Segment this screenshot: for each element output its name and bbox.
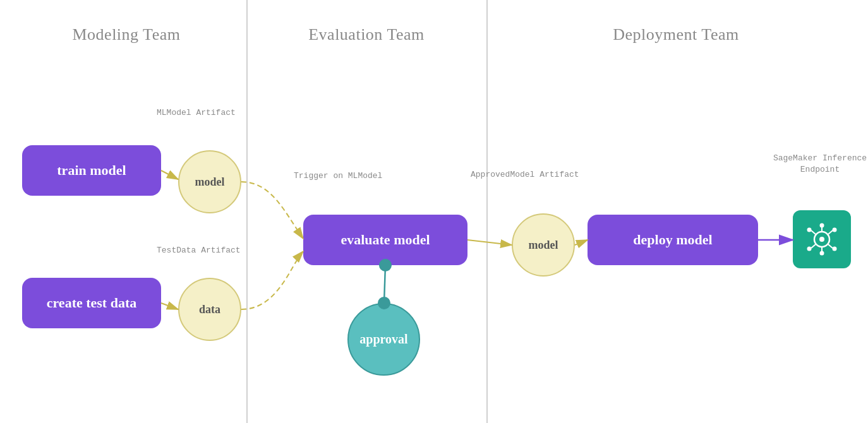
svg-point-2 [807, 228, 812, 232]
svg-line-18 [161, 303, 178, 309]
evaluation-team-header: Evaluation Team [253, 25, 480, 44]
create-test-data-box: create test data [22, 278, 161, 328]
svg-line-10 [811, 244, 816, 248]
divider-1 [246, 0, 248, 423]
data-circle: data [178, 278, 241, 341]
testdata-artifact-label: TestData Artifact [157, 245, 241, 256]
svg-point-4 [807, 247, 812, 251]
modeling-team-header: Modeling Team [19, 25, 234, 44]
deploy-model-box: deploy model [588, 215, 758, 265]
svg-line-11 [828, 244, 833, 248]
diagram-container: Modeling Team Evaluation Team Deployment… [0, 0, 868, 423]
evaluate-model-box: evaluate model [303, 215, 467, 265]
svg-point-6 [820, 223, 824, 228]
svg-point-7 [820, 251, 824, 256]
svg-line-20 [384, 265, 385, 303]
arrows-overlay [0, 0, 868, 423]
approved-model-label: ApprovedModel Artifact [471, 169, 579, 181]
train-model-box: train model [22, 145, 161, 196]
deployment-team-header: Deployment Team [499, 25, 853, 44]
svg-line-21 [575, 240, 588, 245]
svg-point-1 [819, 237, 824, 242]
sagemaker-label: SageMaker Inference Endpoint [772, 153, 868, 176]
model-circle-1: model [178, 150, 241, 213]
trigger-label: Trigger on MLModel [294, 170, 382, 182]
mlmodel-artifact-label: MLModel Artifact [157, 107, 236, 119]
sagemaker-icon [803, 220, 841, 258]
approval-circle: approval [347, 303, 420, 376]
svg-line-8 [811, 230, 816, 234]
svg-point-5 [833, 247, 837, 251]
divider-2 [486, 0, 488, 423]
sagemaker-endpoint-box [793, 210, 851, 268]
svg-point-3 [833, 228, 837, 232]
svg-line-19 [467, 240, 512, 245]
svg-line-17 [161, 170, 178, 179]
model-circle-2: model [512, 213, 575, 277]
svg-line-9 [828, 230, 833, 234]
